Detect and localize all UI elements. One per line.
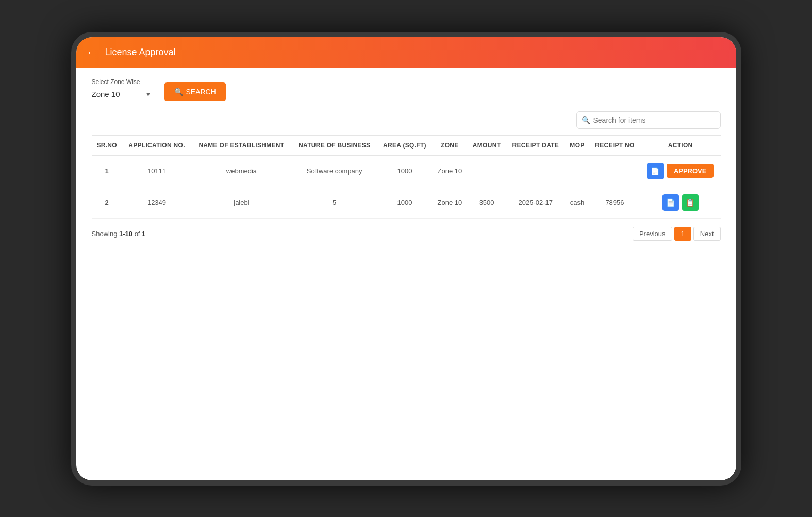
device-screen: ← License Approval Select Zone Wise Zone…: [76, 37, 736, 480]
next-button[interactable]: Next: [693, 227, 721, 241]
zone-select[interactable]: Zone 10 Zone 1 Zone 2: [92, 88, 154, 101]
col-amount: AMOUNT: [467, 135, 506, 155]
col-nature: NATURE OF BUSINESS: [292, 135, 377, 155]
showing-text: Showing 1-10 of 1: [92, 230, 146, 238]
content-area: Select Zone Wise Zone 10 Zone 1 Zone 2 ▼…: [76, 68, 736, 480]
action-buttons: 📄APPROVE: [644, 163, 717, 179]
device-frame: ← License Approval Select Zone Wise Zone…: [71, 32, 741, 486]
search-button[interactable]: 🔍 SEARCH: [164, 82, 226, 101]
cell-8: [565, 155, 589, 187]
cell-9: [589, 155, 640, 187]
table-row: 212349jalebi51000Zone 1035002025-02-17ca…: [92, 187, 721, 218]
document-icon-button[interactable]: 📄: [662, 194, 679, 211]
search-btn-label: SEARCH: [186, 88, 216, 96]
cell-3: 5: [292, 187, 377, 218]
cell-8: cash: [565, 187, 589, 218]
zone-select-container: Select Zone Wise Zone 10 Zone 1 Zone 2 ▼: [92, 78, 154, 101]
cell-6: 3500: [467, 187, 506, 218]
search-input-wrapper: 🔍: [576, 111, 721, 129]
cell-0: 2: [92, 187, 122, 218]
col-appno: APPLICATION NO.: [122, 135, 191, 155]
filter-row: Select Zone Wise Zone 10 Zone 1 Zone 2 ▼…: [92, 78, 721, 101]
col-receipt-no: RECEIPT NO: [589, 135, 640, 155]
col-mop: MOP: [565, 135, 589, 155]
col-receipt-date: RECEIPT DATE: [506, 135, 565, 155]
pagination-controls: Previous 1 Next: [633, 227, 721, 241]
document-icon-button[interactable]: 📄: [647, 163, 664, 179]
download-icon-button[interactable]: 📋: [682, 194, 699, 211]
select-label: Select Zone Wise: [92, 78, 154, 86]
cell-4: 1000: [377, 155, 433, 187]
col-zone: ZONE: [432, 135, 467, 155]
cell-0: 1: [92, 155, 122, 187]
search-icon: 🔍: [174, 88, 183, 96]
action-cell: 📄APPROVE: [640, 155, 721, 187]
page-1-button[interactable]: 1: [674, 227, 691, 241]
app-header: ← License Approval: [76, 37, 736, 68]
cell-5: Zone 10: [432, 187, 467, 218]
cell-9: 78956: [589, 187, 640, 218]
back-icon: ←: [87, 46, 97, 58]
search-bar-container: 🔍: [92, 111, 721, 129]
approve-button[interactable]: APPROVE: [667, 164, 714, 178]
cell-5: Zone 10: [432, 155, 467, 187]
col-srno: SR.NO: [92, 135, 122, 155]
cell-1: 12349: [122, 187, 191, 218]
cell-6: [467, 155, 506, 187]
back-button[interactable]: ←: [87, 46, 97, 58]
col-name: NAME OF ESTABLISHMENT: [191, 135, 292, 155]
col-area: AREA (SQ.FT): [377, 135, 433, 155]
cell-7: 2025-02-17: [506, 187, 565, 218]
pagination-row: Showing 1-10 of 1 Previous 1 Next: [92, 227, 721, 241]
select-wrapper: Zone 10 Zone 1 Zone 2 ▼: [92, 88, 154, 101]
prev-button[interactable]: Previous: [633, 227, 672, 241]
cell-4: 1000: [377, 187, 433, 218]
table-header-row: SR.NO APPLICATION NO. NAME OF ESTABLISHM…: [92, 135, 721, 155]
cell-1: 10111: [122, 155, 191, 187]
data-table: SR.NO APPLICATION NO. NAME OF ESTABLISHM…: [92, 135, 721, 219]
cell-3: Software company: [292, 155, 377, 187]
action-buttons: 📄📋: [644, 194, 717, 211]
search-inner-icon: 🔍: [582, 116, 590, 124]
search-input[interactable]: [576, 111, 721, 129]
col-action: ACTION: [640, 135, 721, 155]
page-title: License Approval: [105, 47, 176, 58]
table-row: 110111webmediaSoftware company1000Zone 1…: [92, 155, 721, 187]
action-cell: 📄📋: [640, 187, 721, 218]
cell-7: [506, 155, 565, 187]
cell-2: webmedia: [191, 155, 292, 187]
cell-2: jalebi: [191, 187, 292, 218]
